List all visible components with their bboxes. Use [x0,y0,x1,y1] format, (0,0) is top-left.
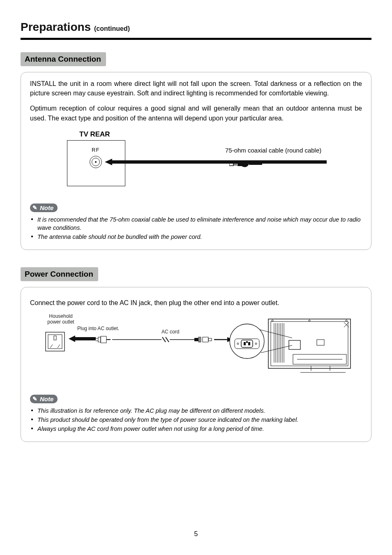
svg-line-13 [58,345,60,348]
svg-point-59 [309,320,310,321]
svg-line-12 [50,345,53,348]
antenna-note-2: The antenna cable should not be bundled … [31,233,362,241]
power-diagram-svg [30,313,359,379]
svg-rect-10 [48,335,62,349]
svg-rect-52 [317,340,324,345]
svg-marker-0 [105,159,327,165]
coax-plug-icon [229,159,262,169]
svg-point-60 [346,320,347,321]
svg-rect-25 [198,337,201,342]
svg-rect-7 [238,162,242,166]
svg-line-21 [162,337,166,342]
power-notes: This illustration is for reference only.… [31,407,362,433]
svg-line-22 [166,337,169,342]
title-divider [21,38,371,40]
svg-rect-9 [46,332,65,351]
rf-connector-icon [90,156,102,168]
svg-line-41 [261,345,292,353]
antenna-note-1: It is recommended that the 75-ohm coaxia… [31,215,362,232]
page-title-main: Preparations [21,21,91,33]
svg-rect-24 [194,338,198,341]
svg-rect-11 [54,336,56,340]
power-note-2: This product should be operated only fro… [31,416,362,424]
svg-rect-28 [203,337,208,342]
svg-rect-38 [248,342,250,345]
power-note-1: This illustration is for reference only.… [31,407,362,415]
svg-point-58 [272,320,273,321]
svg-marker-14 [69,335,96,342]
svg-rect-1 [229,162,233,166]
antenna-para-2: Optimum reception of colour requires a g… [30,104,362,123]
note-badge: ✎ Note [30,204,58,212]
note-label: Note [40,395,53,402]
power-box: Connect the power cord to the AC IN jack… [21,287,371,442]
rf-label: RF [92,147,99,153]
pen-icon: ✎ [32,205,37,210]
pen-icon: ✎ [32,396,37,402]
svg-rect-39 [246,341,248,343]
power-note-3: Always unplug the AC cord from power out… [31,425,362,433]
svg-line-40 [260,330,292,338]
svg-rect-18 [101,336,106,343]
antenna-box: INSTALL the unit in a room where direct … [21,72,371,250]
section-heading-antenna: Antenna Connection [21,52,106,66]
note-badge: ✎ Note [30,395,58,403]
page-number: 5 [0,530,392,538]
power-diagram: Household power outlet Plug into AC outl… [30,313,362,387]
power-para-1: Connect the power cord to the AC IN jack… [30,298,362,308]
tv-rear-label: TV REAR [79,130,110,139]
coax-label: 75-ohm coaxial cable (round cable) [225,147,321,154]
antenna-diagram: TV REAR RF 75-ohm coaxial cable (round c… [30,130,362,200]
section-heading-power: Power Connection [21,267,98,281]
note-label: Note [40,204,53,211]
svg-rect-37 [244,342,246,345]
svg-rect-15 [98,337,101,342]
svg-rect-8 [249,163,262,165]
cable-line-icon [105,159,327,167]
antenna-notes: It is recommended that the 75-ohm coaxia… [31,215,362,241]
page-title: Preparations (continued) [21,21,371,34]
page-title-sub: (continued) [94,25,130,32]
svg-rect-51 [289,340,300,349]
antenna-para-1: INSTALL the unit in a room where direct … [30,79,362,98]
svg-rect-29 [208,338,212,341]
